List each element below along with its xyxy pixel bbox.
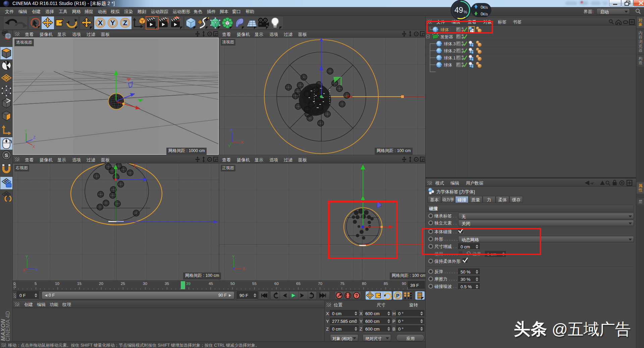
- svg-text:35: 35: [165, 282, 169, 286]
- svg-text:Y: Y: [232, 255, 235, 259]
- svg-text:60: 60: [274, 282, 279, 286]
- svg-text:Y: Y: [25, 255, 28, 259]
- svg-text:P: P: [396, 293, 399, 298]
- svg-text:45: 45: [209, 282, 213, 286]
- svg-text:0K/s: 0K/s: [481, 5, 488, 10]
- svg-text:55: 55: [252, 282, 257, 286]
- svg-text:65: 65: [296, 282, 301, 286]
- svg-text:X: X: [243, 267, 245, 271]
- svg-text:90: 90: [402, 282, 406, 286]
- svg-text:70: 70: [318, 282, 322, 286]
- svg-text:Z: Z: [123, 19, 127, 27]
- svg-text:49: 49: [454, 6, 463, 14]
- svg-text:Z: Z: [33, 135, 36, 139]
- svg-text:%: %: [464, 10, 467, 14]
- svg-text:50: 50: [230, 282, 235, 286]
- svg-text:Y: Y: [228, 144, 231, 148]
- svg-text:Z: Z: [36, 267, 38, 271]
- svg-text:X: X: [98, 19, 103, 27]
- svg-text:球体.1: 球体.1: [444, 56, 455, 60]
- svg-text:球体: 球体: [444, 63, 452, 67]
- svg-text:X: X: [33, 145, 35, 149]
- svg-text:Z: Z: [230, 128, 233, 132]
- svg-text:S: S: [5, 152, 8, 158]
- svg-text:Y: Y: [110, 19, 115, 27]
- svg-text:0K/s: 0K/s: [481, 12, 488, 16]
- svg-text:85: 85: [384, 282, 388, 286]
- svg-text:30: 30: [143, 282, 147, 286]
- svg-text:Y: Y: [24, 129, 27, 133]
- svg-text:20: 20: [99, 282, 103, 286]
- svg-text:15: 15: [77, 282, 82, 286]
- svg-text:80: 80: [362, 282, 366, 286]
- svg-text:10: 10: [55, 282, 59, 286]
- svg-text:25: 25: [121, 282, 125, 286]
- svg-text:发射器: 发射器: [440, 35, 453, 39]
- svg-text:75: 75: [340, 282, 344, 286]
- svg-text:X: X: [23, 268, 25, 272]
- svg-text:球体.2: 球体.2: [444, 49, 455, 53]
- svg-text:球体.3: 球体.3: [444, 42, 455, 46]
- svg-text:5: 5: [35, 282, 37, 286]
- svg-text:X: X: [241, 140, 244, 144]
- svg-text:39: 39: [186, 282, 191, 286]
- svg-text:?: ?: [355, 293, 358, 298]
